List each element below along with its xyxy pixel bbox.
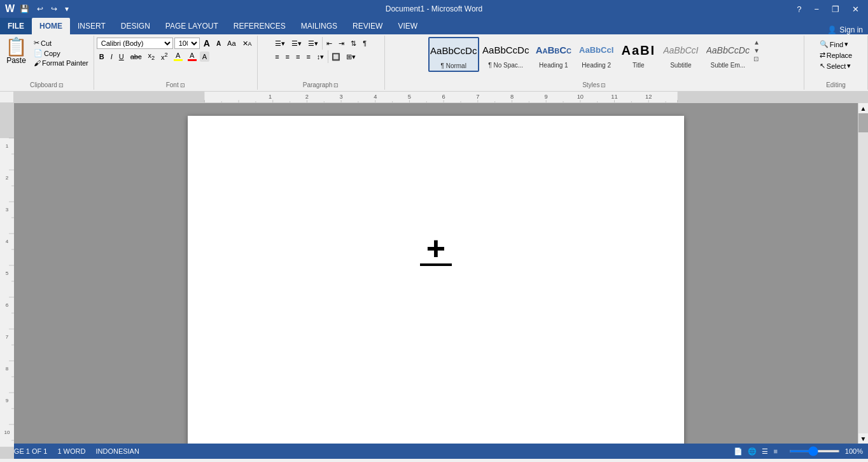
character-shading-button[interactable]: A [200, 52, 209, 62]
font-expand-icon[interactable]: ⊡ [180, 82, 185, 88]
scroll-up-button[interactable]: ▲ [858, 103, 868, 113]
style-subtitle[interactable]: AaBbCcI Subtitle [660, 37, 701, 71]
styles-expand-icon[interactable]: ⊡ [601, 82, 606, 88]
tab-view[interactable]: VIEW [390, 18, 425, 34]
styles-expand-btn[interactable]: ⊡ [753, 55, 760, 63]
zoom-slider[interactable] [789, 450, 840, 452]
style-heading1-name: Heading 1 [539, 62, 568, 69]
scrollbar-thumb[interactable] [858, 113, 868, 132]
align-right-button[interactable]: ≡ [293, 52, 302, 62]
document-scroll[interactable]: + [14, 103, 858, 444]
clear-format-button[interactable]: ✕A [240, 38, 255, 49]
sign-in-area[interactable]: 👤 Sign in [822, 25, 868, 34]
tab-references[interactable]: REFERENCES [226, 18, 293, 34]
tab-insert[interactable]: INSERT [70, 18, 113, 34]
show-hide-button[interactable]: ¶ [360, 38, 369, 48]
quick-redo-icon[interactable]: ↪ [48, 3, 60, 15]
style-normal-preview: AaBbCcDc [430, 39, 477, 62]
format-painter-button[interactable]: 🖌 Format Painter [31, 59, 91, 67]
style-subtleem[interactable]: AaBbCcDc Subtle Em... [703, 37, 753, 71]
quick-dropdown-icon[interactable]: ▾ [62, 3, 71, 15]
font-color-button[interactable]: A [186, 51, 199, 62]
sign-in-label[interactable]: Sign in [839, 25, 863, 34]
tab-review[interactable]: REVIEW [345, 18, 390, 34]
scroll-down-button[interactable]: ▼ [858, 433, 868, 444]
svg-text:5: 5 [6, 270, 9, 276]
view-print-icon[interactable]: 📄 [734, 447, 743, 456]
strikethrough-button[interactable]: abc [128, 52, 144, 62]
tab-design[interactable]: DESIGN [113, 18, 158, 34]
shading-button[interactable]: 🔲 [330, 52, 342, 62]
italic-button[interactable]: I [108, 52, 115, 62]
find-button[interactable]: 🔍 Find ▾ [816, 39, 852, 49]
select-dropdown-icon: ▾ [847, 62, 851, 70]
style-heading2[interactable]: AaBbCcI Heading 2 [576, 37, 617, 71]
underline-button[interactable]: U [116, 52, 127, 62]
person-icon: 👤 [827, 25, 837, 34]
language-indicator[interactable]: INDONESIAN [95, 447, 139, 455]
numbered-list-button[interactable]: ☰▾ [289, 38, 304, 49]
cursor-line [420, 263, 452, 266]
replace-button[interactable]: ⇄ Replace [816, 50, 856, 60]
style-heading1-preview: AaBbCc [536, 39, 571, 62]
shrink-font-button[interactable]: A [214, 39, 223, 48]
bullet-list-button[interactable]: ☰▾ [272, 38, 288, 49]
close-button[interactable]: ✕ [848, 3, 863, 15]
svg-rect-1 [14, 92, 204, 102]
font-size-select[interactable]: 100 8101112 [174, 38, 200, 49]
line-spacing-button[interactable]: ↕▾ [314, 52, 327, 62]
view-draft-icon[interactable]: ≡ [773, 447, 777, 455]
styles-scroll-up[interactable]: ▲ [753, 38, 760, 46]
clipboard-label: Clipboard ⊡ [3, 80, 91, 90]
ribbon-tabs: FILE HOME INSERT DESIGN PAGE LAYOUT REFE… [0, 18, 868, 34]
change-case-button[interactable]: Aa [225, 38, 238, 48]
increase-indent-button[interactable]: ⇥ [336, 38, 347, 49]
paste-button[interactable]: 📋 Paste [3, 37, 30, 80]
font-content: Calibri (Body) 100 8101112 A A Aa ✕A B I… [97, 37, 255, 80]
select-button[interactable]: ↖ Select ▾ [816, 61, 855, 71]
text-highlight-button[interactable]: A [172, 51, 185, 62]
style-heading1[interactable]: AaBbCc Heading 1 [533, 37, 575, 71]
search-icon: 🔍 [820, 40, 829, 48]
tab-mailings[interactable]: MAILINGS [293, 18, 345, 34]
grow-font-button[interactable]: A [201, 37, 213, 50]
word-count[interactable]: 1 WORD [57, 447, 85, 455]
cut-button[interactable]: ✂ Cut [31, 38, 91, 48]
tab-file[interactable]: FILE [0, 18, 32, 34]
svg-text:8: 8 [510, 94, 514, 101]
find-dropdown-icon: ▾ [844, 40, 848, 48]
tab-home[interactable]: HOME [32, 18, 70, 34]
justify-button[interactable]: ≡ [304, 52, 312, 62]
sort-button[interactable]: ⇅ [348, 38, 359, 49]
style-title-name: Title [633, 62, 645, 69]
style-normal[interactable]: AaBbCcDc ¶ Normal [428, 37, 479, 72]
style-title[interactable]: AaBI Title [618, 37, 659, 71]
quick-save-icon[interactable]: 💾 [17, 3, 32, 15]
decrease-indent-button[interactable]: ⇤ [324, 38, 335, 49]
font-row2: B I U abc x2 x2 A A A [97, 50, 209, 62]
restore-button[interactable]: ❐ [828, 3, 843, 15]
tab-page-layout[interactable]: PAGE LAYOUT [158, 18, 226, 34]
border-button[interactable]: ⊞▾ [344, 52, 358, 62]
styles-scroll-down[interactable]: ▼ [753, 46, 760, 55]
align-left-button[interactable]: ≡ [272, 52, 281, 62]
font-name-select[interactable]: Calibri (Body) [97, 38, 173, 49]
minimize-button[interactable]: − [810, 3, 823, 15]
scrollbar-track [858, 113, 868, 433]
copy-button[interactable]: 📄 Copy [31, 48, 91, 58]
clipboard-expand-icon[interactable]: ⊡ [59, 82, 64, 88]
view-outline-icon[interactable]: ☰ [762, 447, 768, 456]
multilevel-list-button[interactable]: ☰▾ [305, 38, 321, 49]
superscript-button[interactable]: x2 [158, 50, 171, 62]
bold-button[interactable]: B [97, 52, 107, 62]
style-nospace[interactable]: AaBbCcDc ¶ No Spac... [480, 37, 531, 71]
align-center-button[interactable]: ≡ [283, 52, 292, 62]
paragraph-expand-icon[interactable]: ⊡ [333, 82, 339, 88]
zoom-level[interactable]: 100% [845, 447, 863, 455]
svg-rect-46 [0, 447, 14, 459]
view-web-icon[interactable]: 🌐 [748, 447, 757, 456]
help-button[interactable]: ? [793, 3, 805, 15]
subscript-button[interactable]: x2 [145, 50, 157, 62]
editing-content: 🔍 Find ▾ ⇄ Replace ↖ Select ▾ [816, 37, 856, 80]
quick-undo-icon[interactable]: ↩ [34, 3, 46, 15]
